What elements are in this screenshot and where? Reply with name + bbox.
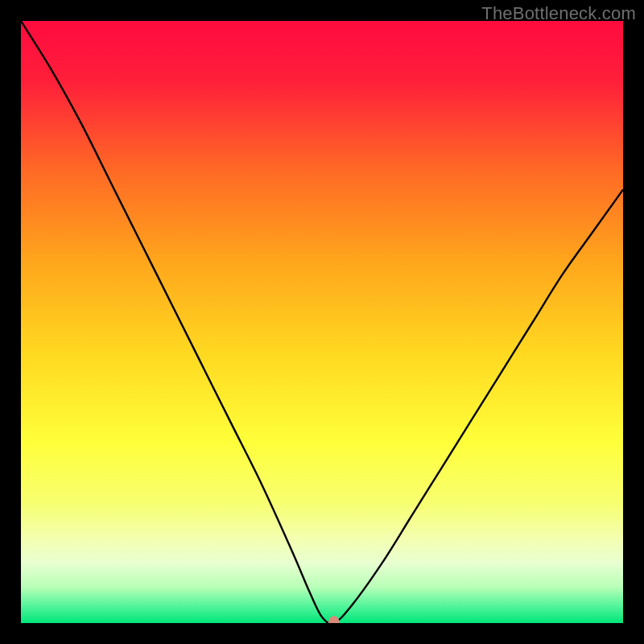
watermark-text: TheBottleneck.com [481,3,636,24]
chart-frame: TheBottleneck.com [0,0,644,644]
bottleneck-chart [21,21,623,623]
